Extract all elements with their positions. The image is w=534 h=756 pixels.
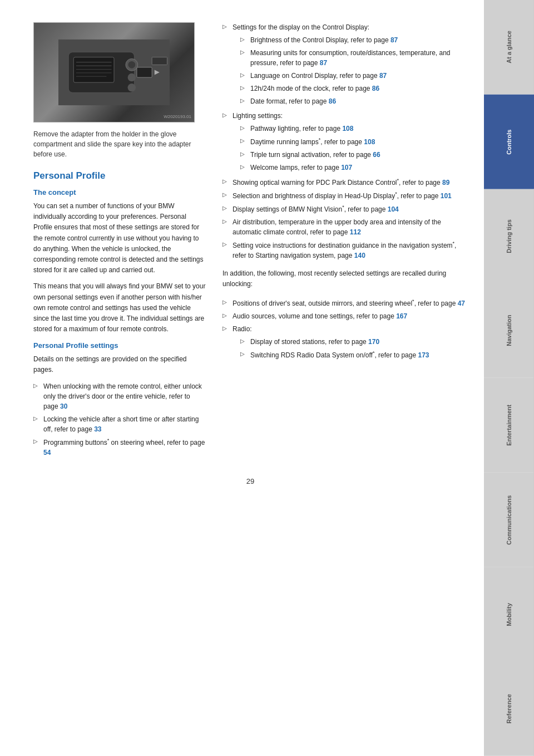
page-link-87c[interactable]: 87 [379, 72, 387, 80]
right-sidebar: At a glance Controls Driving tips Naviga… [484, 0, 534, 756]
list-item-measuring: Measuring units for consumption, route/d… [233, 48, 467, 68]
settings-list: When unlocking with the remote control, … [33, 381, 206, 458]
image-watermark: W2020193.01 [164, 114, 191, 119]
concept-paragraph-1: You can set a number of functions of you… [33, 201, 206, 276]
list-item-clock: 12h/24h mode of the clock, refer to page… [233, 84, 467, 94]
hud-text: Selection and brightness of display in H… [233, 192, 441, 200]
measuring-text: Measuring units for consumption, route/d… [250, 49, 451, 67]
page-link-33[interactable]: 33 [94, 425, 101, 433]
svg-rect-14 [152, 57, 167, 65]
image-caption: Remove the adapter from the holder in th… [33, 129, 206, 159]
list-item-night-vision: Display settings of BMW Night Vision*, r… [222, 204, 467, 214]
page-link-87a[interactable]: 87 [390, 36, 398, 44]
page-link-47[interactable]: 47 [458, 300, 465, 307]
page-link-66[interactable]: 66 [373, 151, 380, 159]
page-link-108b[interactable]: 108 [364, 138, 375, 146]
welcome-text: Welcome lamps, refer to page [250, 164, 341, 171]
brightness-text: Brightness of the Control Display, refer… [250, 36, 390, 44]
list-item: Locking the vehicle after a short time o… [33, 414, 206, 434]
list-item-welcome: Welcome lamps, refer to page 107 [233, 163, 467, 173]
display-settings-text: Settings for the display on the Control … [233, 23, 369, 31]
list-item-lighting: Lighting settings: Pathway lighting, ref… [222, 111, 467, 173]
sidebar-tab-navigation[interactable]: Navigation [484, 283, 534, 378]
right-column: Settings for the display on the Control … [222, 22, 467, 460]
list-item-pathway: Pathway lighting, refer to page 108 [233, 124, 467, 134]
page-link-86b[interactable]: 86 [329, 97, 336, 105]
svg-rect-2 [73, 57, 114, 82]
rds-text: Switching RDS Radio Data System on/off*,… [250, 351, 418, 359]
svg-rect-12 [137, 67, 152, 77]
sidebar-tab-communications[interactable]: Communications [484, 473, 534, 567]
also-recalled-intro: In addition, the following, most recentl… [222, 268, 467, 289]
page-link-86a[interactable]: 86 [372, 85, 379, 92]
radio-text: Radio: [233, 325, 252, 333]
clock-text: 12h/24h mode of the clock, refer to page [250, 85, 372, 92]
list-item-hud: Selection and brightness of display in H… [222, 190, 467, 201]
page-link-54[interactable]: 54 [43, 449, 51, 456]
radio-display-text: Display of stored stations, refer to pag… [250, 338, 368, 346]
list-item-display: Settings for the display on the Control … [222, 22, 467, 106]
page-link-173[interactable]: 173 [418, 351, 429, 359]
page-link-89[interactable]: 89 [442, 179, 449, 186]
list-item-audio: Audio sources, volume and tone settings,… [222, 311, 467, 321]
page-link-108a[interactable]: 108 [342, 125, 353, 132]
audio-text: Audio sources, volume and tone settings,… [233, 312, 396, 320]
pathway-text: Pathway lighting, refer to page [250, 125, 342, 132]
sidebar-tab-mobility[interactable]: Mobility [484, 567, 534, 662]
the-concept-subtitle: The concept [33, 188, 206, 197]
page-link-87b[interactable]: 87 [320, 59, 327, 67]
night-vision-text: Display settings of BMW Night Vision*, r… [233, 205, 388, 213]
car-image-box: W2020193.01 [33, 22, 195, 122]
list-item-date: Date format, refer to page 86 [233, 96, 467, 106]
triple-text: Triple turn signal activation, refer to … [250, 151, 373, 159]
sidebar-tab-reference[interactable]: Reference [484, 661, 534, 756]
list-item-brightness: Brightness of the Control Display, refer… [233, 35, 467, 45]
list-item-rds: Switching RDS Radio Data System on/off*,… [233, 350, 467, 360]
page-link-167[interactable]: 167 [396, 312, 407, 320]
list-item: Programming buttons* on steering wheel, … [33, 437, 206, 458]
date-text: Date format, refer to page [250, 97, 329, 105]
sidebar-tab-entertainment[interactable]: Entertainment [484, 378, 534, 473]
pdc-text: Showing optical warning for PDC Park Dis… [233, 179, 442, 186]
page-link-104[interactable]: 104 [388, 205, 399, 213]
page-link-170[interactable]: 170 [368, 338, 379, 346]
page-number: 29 [33, 477, 467, 497]
sidebar-tab-controls[interactable]: Controls [484, 95, 534, 189]
language-text: Language on Control Display, refer to pa… [250, 72, 379, 80]
page-link-112[interactable]: 112 [350, 228, 361, 236]
seat-text: Positions of driver's seat, outside mirr… [233, 300, 458, 307]
right-main-list: Settings for the display on the Control … [222, 22, 467, 261]
list-item-daytime: Daytime running lamps*, refer to page 10… [233, 136, 467, 147]
left-column: W2020193.01 Remove the adapter from the … [33, 22, 206, 460]
page-link-30[interactable]: 30 [60, 402, 67, 410]
lighting-text: Lighting settings: [233, 112, 283, 120]
page-link-140[interactable]: 140 [354, 252, 365, 259]
air-text: Air distribution, temperature in the upp… [233, 218, 441, 236]
list-item-air: Air distribution, temperature in the upp… [222, 217, 467, 237]
list-item-radio-display: Display of stored stations, refer to pag… [233, 337, 467, 347]
page-link-107[interactable]: 107 [341, 164, 352, 171]
list-item-language: Language on Control Display, refer to pa… [233, 71, 467, 81]
settings-subtitle: Personal Profile settings [33, 341, 206, 350]
sidebar-tab-at-a-glance[interactable]: At a glance [484, 0, 534, 95]
sidebar-tabs: At a glance Controls Driving tips Naviga… [484, 0, 534, 756]
personal-profile-title: Personal Profile [33, 170, 206, 181]
list-item-text: Programming buttons* on steering wheel, … [43, 439, 205, 446]
list-item-seat: Positions of driver's seat, outside mirr… [222, 298, 467, 308]
daytime-text: Daytime running lamps*, refer to page [250, 138, 364, 146]
also-recalled-list: Positions of driver's seat, outside mirr… [222, 298, 467, 360]
concept-paragraph-2: This means that you will always find you… [33, 281, 206, 335]
svg-point-11 [128, 84, 136, 92]
svg-point-9 [128, 61, 135, 68]
list-item-triple: Triple turn signal activation, refer to … [233, 150, 467, 160]
list-item-pdc: Showing optical warning for PDC Park Dis… [222, 177, 467, 188]
list-item-radio: Radio: Display of stored stations, refer… [222, 324, 467, 360]
main-content: W2020193.01 Remove the adapter from the … [0, 0, 484, 756]
list-item: When unlocking with the remote control, … [33, 381, 206, 411]
page-link-101[interactable]: 101 [441, 192, 452, 200]
voice-text: Setting voice instructions for destinati… [233, 242, 456, 259]
car-key-svg [58, 39, 170, 106]
svg-point-10 [128, 73, 136, 82]
settings-intro: Details on the settings are provided on … [33, 354, 206, 375]
sidebar-tab-driving-tips[interactable]: Driving tips [484, 189, 534, 284]
